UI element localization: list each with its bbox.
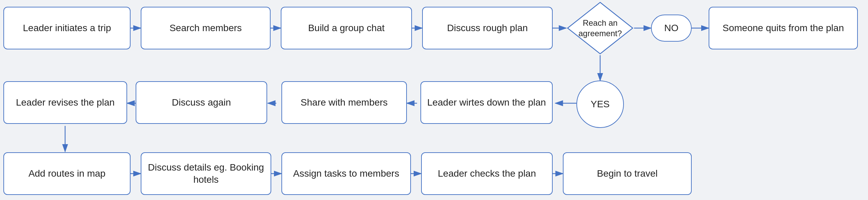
node-discuss-again: Discuss again bbox=[136, 81, 267, 124]
node-leader-revises: Leader revises the plan bbox=[3, 81, 127, 124]
node-share-members: Share with members bbox=[281, 81, 407, 124]
node-build-group-chat: Build a group chat bbox=[281, 7, 412, 49]
node-assign-tasks: Assign tasks to members bbox=[281, 152, 411, 195]
node-someone-quits: Someone quits from the plan bbox=[709, 7, 858, 49]
node-discuss-rough-plan: Discuss rough plan bbox=[422, 7, 553, 49]
node-search-members: Search members bbox=[141, 7, 271, 49]
node-begin-travel: Begin to travel bbox=[563, 152, 692, 195]
flowchart: Leader initiates a trip Search members B… bbox=[0, 0, 868, 200]
node-yes-circle: YES bbox=[576, 81, 624, 128]
node-reach-agreement: Reach an agreement? bbox=[566, 1, 634, 55]
node-add-routes: Add routes in map bbox=[3, 152, 131, 195]
node-leader-checks: Leader checks the plan bbox=[421, 152, 553, 195]
node-discuss-details: Discuss details eg. Booking hotels bbox=[141, 152, 271, 195]
node-no-circle: NO bbox=[651, 15, 692, 42]
node-leader-initiates: Leader initiates a trip bbox=[3, 7, 131, 49]
node-leader-writes: Leader wirtes down the plan bbox=[420, 81, 553, 124]
